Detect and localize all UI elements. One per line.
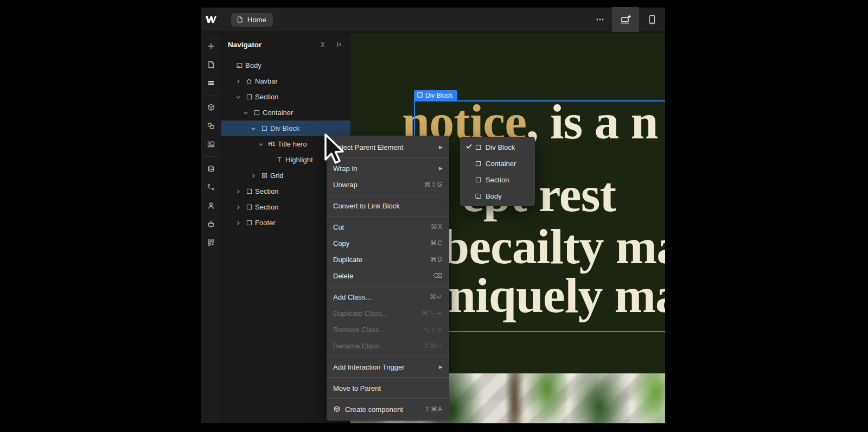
ecommerce-icon[interactable] xyxy=(202,215,220,233)
desktop-breakpoint-button[interactable] xyxy=(612,7,639,32)
context-menu: Select Parent Element▶Wrap in▶Unwrap⌘⇧GC… xyxy=(327,136,449,421)
menu-item-label: Copy xyxy=(333,239,430,247)
tree-item-label: Navbar xyxy=(255,77,278,85)
tree-item-label: Highlight xyxy=(285,156,313,164)
add-icon[interactable] xyxy=(202,37,220,55)
chevron-expanded-icon[interactable] xyxy=(241,110,251,116)
menu-separator xyxy=(327,216,449,217)
menu-item-label: Rename Class... xyxy=(333,342,424,350)
tree-item-label: Div Block xyxy=(270,124,299,132)
letterbox-stage: Home Navigator xyxy=(0,0,868,432)
tree-item-body[interactable]: Body xyxy=(221,58,350,73)
webflow-logo-icon[interactable] xyxy=(201,7,221,32)
menu-separator xyxy=(327,195,449,195)
menu-item-wrap-in[interactable]: Wrap in▶ xyxy=(327,160,449,176)
menu-item-shortcut: ⌘D xyxy=(430,256,443,263)
menu-item-copy[interactable]: Copy⌘C xyxy=(327,235,449,251)
menu-item-cut[interactable]: Cut⌘X xyxy=(327,219,449,235)
square-icon xyxy=(243,188,255,195)
chevron-collapsed-icon[interactable] xyxy=(233,188,243,195)
page-tab-home[interactable]: Home xyxy=(231,13,273,27)
tree-item-label: Section xyxy=(255,187,278,195)
submenu-item-section[interactable]: Section xyxy=(460,171,535,188)
menu-item-duplicate[interactable]: Duplicate⌘D xyxy=(327,251,449,268)
chevron-collapsed-icon[interactable] xyxy=(233,220,243,226)
submenu-item-body[interactable]: Body xyxy=(460,188,535,204)
tree-item-label: Section xyxy=(255,203,278,211)
apps-icon[interactable] xyxy=(202,233,220,252)
chevron-expanded-icon[interactable] xyxy=(233,94,243,100)
tree-item-label: Grid xyxy=(270,171,284,180)
components-icon[interactable] xyxy=(202,98,220,117)
tree-item-div-block[interactable]: Div Block xyxy=(221,120,350,136)
menu-separator xyxy=(327,356,449,357)
text-icon: T xyxy=(273,156,285,164)
square-icon xyxy=(243,93,255,100)
menu-item-shortcut: ⌘↵ xyxy=(430,293,443,301)
chevron-expanded-icon[interactable] xyxy=(248,125,258,132)
menu-item-label: Add Class... xyxy=(333,293,430,301)
tree-item-label: Body xyxy=(245,61,261,69)
menu-item-remove-class: Remove Class...⌥⇧↵ xyxy=(327,321,449,338)
menu-item-convert-to-link-block[interactable]: Convert to Link Block xyxy=(327,198,449,214)
body-icon xyxy=(475,193,486,200)
more-options-button[interactable] xyxy=(588,7,612,32)
h1-icon: H1 xyxy=(266,141,278,147)
menu-item-unwrap[interactable]: Unwrap⌘⇧G xyxy=(327,176,449,193)
chevron-collapsed-icon[interactable] xyxy=(248,173,258,179)
submenu-item-label: Div Block xyxy=(486,143,515,151)
chevron-collapsed-icon[interactable] xyxy=(233,78,243,85)
menu-item-move-to-parent[interactable]: Move to Parent xyxy=(327,380,449,396)
selected-element-label: Div Block xyxy=(425,92,452,99)
navigator-title: Navigator xyxy=(228,41,310,49)
collapse-all-icon[interactable] xyxy=(319,41,327,48)
cms-icon[interactable] xyxy=(202,160,220,178)
menu-item-label: Unwrap xyxy=(333,181,424,189)
selected-element-badge[interactable]: Div Block xyxy=(414,90,457,101)
submenu-item-div-block[interactable]: Div Block xyxy=(460,139,535,155)
styles-icon[interactable] xyxy=(202,117,220,135)
menu-item-delete[interactable]: Delete⌫ xyxy=(327,268,449,284)
menu-item-rename-class: Rename Class...⇧⌘↵ xyxy=(327,338,449,354)
grid-icon xyxy=(258,172,270,179)
tree-item-label: Section xyxy=(255,93,278,101)
chevron-expanded-icon[interactable] xyxy=(256,141,266,148)
pages-icon[interactable] xyxy=(202,55,220,74)
square-icon xyxy=(243,219,255,226)
tree-item-label: Footer xyxy=(255,219,276,227)
body-icon xyxy=(233,62,245,69)
menu-item-shortcut: ⇧⌘↵ xyxy=(424,342,443,350)
menu-separator xyxy=(327,286,449,287)
assets-icon[interactable] xyxy=(202,135,220,154)
navigator-icon[interactable] xyxy=(202,74,220,92)
square-icon xyxy=(475,160,486,167)
menu-item-label: Remove Class... xyxy=(333,326,423,334)
submenu-item-container[interactable]: Container xyxy=(460,155,535,171)
checkmark-icon xyxy=(465,143,475,151)
square-icon xyxy=(475,176,486,183)
logic-icon[interactable] xyxy=(202,178,220,196)
tree-item-label: Title hero xyxy=(278,140,307,148)
menu-item-label: Wrap in xyxy=(333,164,439,173)
toolbar-divider xyxy=(204,95,218,96)
users-icon[interactable] xyxy=(202,196,220,215)
menu-item-add-interaction-trigger[interactable]: Add Interaction Trigger▶ xyxy=(327,359,449,375)
menu-item-label: Move to Parent xyxy=(333,384,443,392)
square-icon xyxy=(258,125,270,132)
menu-separator xyxy=(327,398,449,399)
mobile-device-button[interactable] xyxy=(639,7,665,32)
page-tab-label: Home xyxy=(247,16,266,24)
menu-separator xyxy=(327,377,449,378)
menu-item-add-class[interactable]: Add Class...⌘↵ xyxy=(327,289,449,305)
chevron-collapsed-icon[interactable] xyxy=(233,204,243,211)
tree-item-navbar[interactable]: Navbar xyxy=(221,73,350,89)
div-block-icon xyxy=(417,92,423,99)
menu-item-label: Create component xyxy=(345,405,425,414)
menu-item-select-parent-element[interactable]: Select Parent Element▶ xyxy=(327,139,449,155)
menu-separator xyxy=(327,157,449,158)
menu-item-create-component[interactable]: Create component⇧⌘A xyxy=(327,401,449,417)
dock-left-icon[interactable] xyxy=(335,41,343,48)
select-parent-submenu: Div BlockContainerSectionBody xyxy=(460,137,535,206)
tree-item-section[interactable]: Section xyxy=(221,89,350,105)
tree-item-container[interactable]: Container xyxy=(221,105,350,120)
